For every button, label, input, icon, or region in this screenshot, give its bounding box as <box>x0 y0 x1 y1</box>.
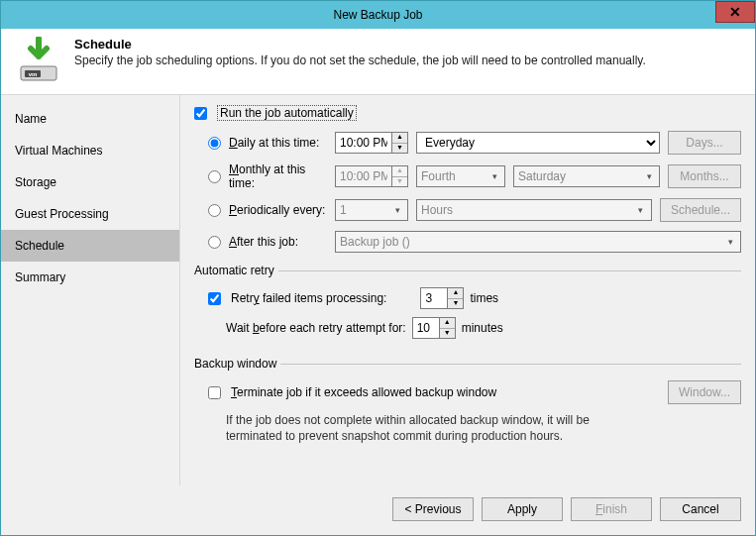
retry-wait-row: Wait before each retry attempt for: ▲▼ m… <box>226 317 741 339</box>
periodic-unit-select: Hours▾ <box>416 199 652 221</box>
spinner-down-icon[interactable]: ▼ <box>392 144 407 154</box>
close-button[interactable]: ✕ <box>715 1 755 23</box>
after-radio-label[interactable]: After this job: <box>208 235 327 249</box>
sidebar-item-virtual-machines[interactable]: Virtual Machines <box>1 135 179 166</box>
spinner-down-icon[interactable]: ▼ <box>440 329 455 339</box>
sidebar-item-schedule[interactable]: Schedule <box>1 230 179 262</box>
titlebar: New Backup Job ✕ <box>1 1 755 29</box>
header-subtitle: Specify the job scheduling options. If y… <box>74 54 741 67</box>
monthly-radio-label[interactable]: Monthly at this time: <box>208 162 327 190</box>
backup-window-help: If the job does not complete within allo… <box>226 412 642 444</box>
run-auto-label: Run the job automatically <box>217 105 357 121</box>
days-button[interactable]: Days... <box>668 131 741 155</box>
daily-radio[interactable] <box>208 137 221 150</box>
after-row: After this job: Backup job ()▾ <box>208 230 741 254</box>
periodic-value-select: 1▾ <box>335 199 408 221</box>
chevron-down-icon: ▾ <box>389 205 405 215</box>
retry-count-spinner[interactable]: ▲▼ <box>420 287 464 309</box>
header-title: Schedule <box>74 37 741 52</box>
run-auto-checkbox[interactable] <box>194 107 207 120</box>
periodic-radio-label[interactable]: Periodically every: <box>208 203 327 217</box>
spinner-up-icon[interactable]: ▲ <box>392 133 407 144</box>
retry-count-input[interactable] <box>420 287 448 309</box>
window-button[interactable]: Window... <box>668 380 741 404</box>
chevron-down-icon: ▾ <box>633 205 649 215</box>
monthly-weekday-select: Saturday▾ <box>513 165 660 187</box>
retry-count-row: Retry failed items processing: ▲▼ times <box>208 287 741 309</box>
retry-checkbox[interactable] <box>208 292 221 305</box>
schedule-options: Daily at this time: ▲▼ Everyday Days... <box>208 131 741 254</box>
spinner-up-icon: ▲ <box>392 166 407 177</box>
daily-time-input[interactable] <box>335 132 392 154</box>
chevron-down-icon: ▾ <box>486 171 502 181</box>
svg-text:vm: vm <box>29 71 38 77</box>
body: Name Virtual Machines Storage Guest Proc… <box>1 95 755 485</box>
chevron-down-icon: ▾ <box>641 171 657 181</box>
wizard-icon: vm <box>15 37 62 84</box>
cancel-button[interactable]: Cancel <box>660 497 741 521</box>
terminate-label: Terminate job if it exceeds allowed back… <box>231 385 496 399</box>
retry-count-suffix: times <box>470 291 498 305</box>
monthly-time-input <box>335 165 392 187</box>
apply-button[interactable]: Apply <box>482 497 563 521</box>
after-job-select: Backup job ()▾ <box>335 231 741 253</box>
schedule-button[interactable]: Schedule... <box>660 198 741 222</box>
terminate-checkbox[interactable] <box>208 386 221 399</box>
periodic-row: Periodically every: 1▾ Hours▾ Schedule..… <box>208 198 741 222</box>
finish-button[interactable]: Finish <box>571 497 652 521</box>
monthly-ordinal-select: Fourth▾ <box>416 165 505 187</box>
header-text: Schedule Specify the job scheduling opti… <box>74 37 741 67</box>
daily-time-spinner[interactable]: ▲▼ <box>335 132 408 154</box>
spinner-up-icon[interactable]: ▲ <box>448 288 463 299</box>
chevron-down-icon: ▾ <box>722 237 738 247</box>
dialog-window: New Backup Job ✕ vm Schedule Specify the… <box>0 0 756 536</box>
sidebar-item-summary[interactable]: Summary <box>1 262 179 293</box>
daily-radio-label[interactable]: Daily at this time: <box>208 136 327 150</box>
after-radio[interactable] <box>208 236 221 249</box>
daily-row: Daily at this time: ▲▼ Everyday Days... <box>208 131 741 155</box>
monthly-radio[interactable] <box>208 170 221 183</box>
retry-wait-input[interactable] <box>412 317 440 339</box>
months-button[interactable]: Months... <box>668 164 741 188</box>
spinner-down-icon: ▼ <box>392 177 407 187</box>
terminate-row: Terminate job if it exceeds allowed back… <box>208 380 741 404</box>
sidebar: Name Virtual Machines Storage Guest Proc… <box>1 95 179 485</box>
monthly-time-spinner: ▲▼ <box>335 165 408 187</box>
header: vm Schedule Specify the job scheduling o… <box>1 29 755 95</box>
sidebar-item-name[interactable]: Name <box>1 103 179 135</box>
footer: < Previous Apply Finish Cancel <box>1 485 755 535</box>
sidebar-item-storage[interactable]: Storage <box>1 166 179 198</box>
monthly-row: Monthly at this time: ▲▼ Fourth▾ Saturda… <box>208 162 741 190</box>
content-pane: Run the job automatically Daily at this … <box>179 95 755 485</box>
backup-window-legend: Backup window <box>194 357 280 371</box>
previous-button[interactable]: < Previous <box>392 497 474 521</box>
retry-label: Retry failed items processing: <box>231 291 386 305</box>
retry-wait-spinner[interactable]: ▲▼ <box>412 317 456 339</box>
run-auto-row: Run the job automatically <box>194 105 741 121</box>
backup-window-group: Backup window Terminate job if it exceed… <box>194 357 741 444</box>
retry-legend: Automatic retry <box>194 264 278 277</box>
daily-recurrence-select[interactable]: Everyday <box>416 132 660 154</box>
retry-wait-label: Wait before each retry attempt for: <box>226 321 406 335</box>
retry-group: Automatic retry Retry failed items proce… <box>194 264 741 347</box>
sidebar-item-guest-processing[interactable]: Guest Processing <box>1 198 179 230</box>
window-title: New Backup Job <box>1 8 755 22</box>
retry-wait-suffix: minutes <box>462 321 503 335</box>
spinner-up-icon[interactable]: ▲ <box>440 318 455 329</box>
periodic-radio[interactable] <box>208 204 221 217</box>
spinner-down-icon[interactable]: ▼ <box>448 299 463 309</box>
